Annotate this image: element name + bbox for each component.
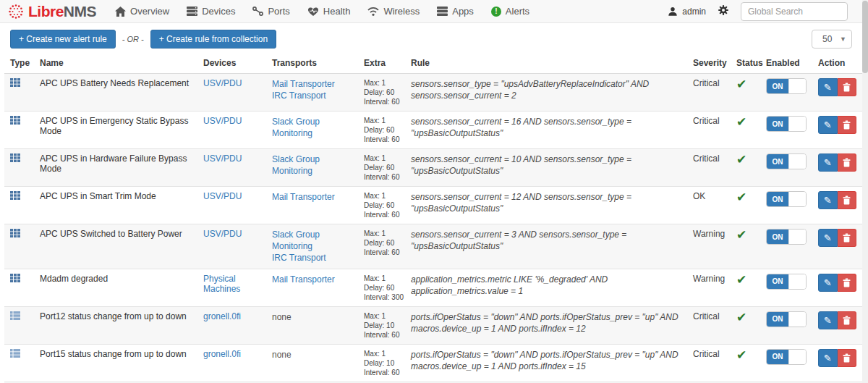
- enabled-toggle[interactable]: ON: [766, 274, 807, 290]
- nav-alerts[interactable]: ! Alerts: [491, 6, 529, 17]
- transport-link[interactable]: Slack Group Monitoring: [272, 153, 352, 177]
- edit-rule-button[interactable]: ✎: [818, 311, 838, 329]
- extra-delay: Delay: 10: [364, 321, 399, 330]
- table-row: APC UPS in Emergency Static Bypass Mode …: [4, 111, 862, 149]
- edit-rule-button[interactable]: ✎: [818, 191, 838, 209]
- table-row: APC UPS in Hardware Failure Bypass Mode …: [4, 149, 862, 187]
- delete-rule-button[interactable]: [838, 153, 856, 172]
- gear-icon: [718, 4, 729, 16]
- transport-link[interactable]: IRC Transport: [272, 90, 352, 101]
- user-menu[interactable]: admin: [668, 7, 706, 17]
- rule-expression: sensors.sensor_current = 12 AND sensors.…: [405, 187, 687, 224]
- devices-link[interactable]: gronell.0fi: [203, 311, 241, 321]
- create-new-alert-rule-button[interactable]: + Create new alert rule: [10, 30, 116, 49]
- delete-rule-button[interactable]: [838, 229, 856, 247]
- type-icon: [10, 350, 20, 360]
- logo-text: LibreNMS: [28, 3, 96, 20]
- toggle-on-label: ON: [767, 312, 788, 327]
- enabled-toggle[interactable]: ON: [766, 116, 807, 132]
- devices-link[interactable]: Physical Machines: [203, 274, 240, 294]
- enabled-toggle[interactable]: ON: [766, 78, 807, 94]
- transport-link[interactable]: IRC Transport: [272, 252, 352, 264]
- scrollbar-thumb[interactable]: [862, 1, 868, 73]
- table-row: APC UPS Switched to Battery Power USV/PD…: [4, 224, 862, 269]
- column-header-rule: Rule: [405, 54, 687, 74]
- extra-max: Max: 1: [364, 311, 399, 321]
- transport-link[interactable]: Mail Transporter: [272, 274, 352, 285]
- enabled-toggle[interactable]: ON: [766, 229, 807, 245]
- delete-rule-button[interactable]: [838, 274, 856, 292]
- toggle-handle: [788, 350, 806, 364]
- devices-link[interactable]: USV/PDU: [203, 153, 242, 164]
- extra-delay: Delay: 60: [364, 283, 399, 292]
- status-check-icon: ✔: [736, 310, 746, 324]
- type-icon: [10, 117, 20, 127]
- extra-delay: Delay: 60: [364, 125, 399, 135]
- rule-expression: ports.ifOperStatus = "down" AND ports.if…: [405, 344, 687, 382]
- caret-down-icon: ▼: [840, 35, 846, 43]
- enabled-toggle[interactable]: ON: [766, 153, 807, 169]
- toggle-on-label: ON: [767, 154, 788, 169]
- type-icon: [10, 79, 20, 89]
- settings-menu[interactable]: [718, 4, 729, 18]
- extra-max: Max: 1: [364, 349, 399, 358]
- edit-rule-button[interactable]: ✎: [818, 78, 838, 96]
- delete-rule-button[interactable]: [838, 311, 856, 329]
- severity-label: Critical: [687, 74, 731, 111]
- extra-interval: Interval: 60: [364, 330, 399, 340]
- toggle-on-label: ON: [767, 274, 788, 289]
- page-size-value: 50: [822, 34, 832, 44]
- nav-apps[interactable]: Apps: [437, 6, 474, 17]
- nav-wireless[interactable]: Wireless: [367, 6, 420, 17]
- librenms-logo[interactable]: LibreNMS: [7, 3, 96, 20]
- devices-link[interactable]: USV/PDU: [203, 116, 242, 126]
- enabled-toggle[interactable]: ON: [766, 311, 807, 327]
- extra-cell: Max: 1 Delay: 60 Interval: 60: [358, 187, 405, 224]
- edit-rule-button[interactable]: ✎: [818, 349, 838, 367]
- edit-rule-button[interactable]: ✎: [818, 116, 838, 134]
- delete-rule-button[interactable]: [838, 116, 856, 134]
- delete-rule-button[interactable]: [838, 349, 856, 367]
- delete-rule-button[interactable]: [838, 191, 856, 209]
- edit-rule-button[interactable]: ✎: [818, 229, 838, 247]
- row-actions: ✎: [818, 229, 856, 247]
- nav-devices[interactable]: Devices: [187, 6, 235, 17]
- edit-rule-button[interactable]: ✎: [818, 153, 838, 172]
- extra-delay: Delay: 60: [364, 238, 399, 248]
- transport-link[interactable]: Mail Transporter: [272, 78, 352, 90]
- nav-label: Ports: [268, 6, 289, 17]
- nav-overview[interactable]: Overview: [115, 6, 169, 17]
- devices-link[interactable]: gronell.0fi: [203, 349, 241, 359]
- extra-max: Max: 1: [364, 153, 399, 163]
- enabled-toggle[interactable]: ON: [766, 349, 807, 365]
- devices-link[interactable]: USV/PDU: [203, 78, 242, 88]
- transports-cell: Slack Group MonitoringIRC Transport: [266, 224, 358, 269]
- global-search-input[interactable]: [741, 2, 848, 21]
- extra-max: Max: 1: [364, 274, 399, 283]
- table-row: Port15 status change from up to down gro…: [4, 344, 862, 382]
- delete-rule-button[interactable]: [838, 78, 856, 96]
- create-rule-from-collection-button[interactable]: + Create rule from collection: [150, 30, 276, 49]
- severity-label: Critical: [687, 149, 731, 187]
- wifi-icon: [367, 7, 379, 16]
- transport-link[interactable]: Slack Group Monitoring: [272, 229, 352, 252]
- toggle-handle: [788, 192, 806, 206]
- severity-label: Critical: [687, 306, 731, 344]
- devices-link[interactable]: USV/PDU: [203, 229, 242, 239]
- rules-table-body: APC UPS Battery Needs Replacement USV/PD…: [4, 74, 862, 383]
- devices-link[interactable]: USV/PDU: [203, 191, 242, 201]
- column-header-transports: Transports: [266, 54, 358, 74]
- transport-link[interactable]: Slack Group Monitoring: [272, 116, 352, 139]
- extra-max: Max: 1: [364, 116, 399, 125]
- edit-rule-button[interactable]: ✎: [818, 274, 838, 292]
- nav-ports[interactable]: Ports: [252, 6, 289, 17]
- transports-cell: Mail Transporter: [266, 187, 358, 224]
- nav-health[interactable]: Health: [307, 6, 351, 17]
- trash-icon: [843, 120, 851, 130]
- enabled-toggle[interactable]: ON: [766, 191, 807, 207]
- nav-label: Alerts: [506, 6, 529, 17]
- extra-cell: Max: 1 Delay: 60 Interval: 60: [358, 149, 405, 187]
- page-size-select[interactable]: 50 ▼: [812, 30, 852, 49]
- transport-link[interactable]: Mail Transporter: [272, 191, 352, 203]
- extra-cell: Max: 1 Delay: 60 Interval: 60: [358, 111, 405, 149]
